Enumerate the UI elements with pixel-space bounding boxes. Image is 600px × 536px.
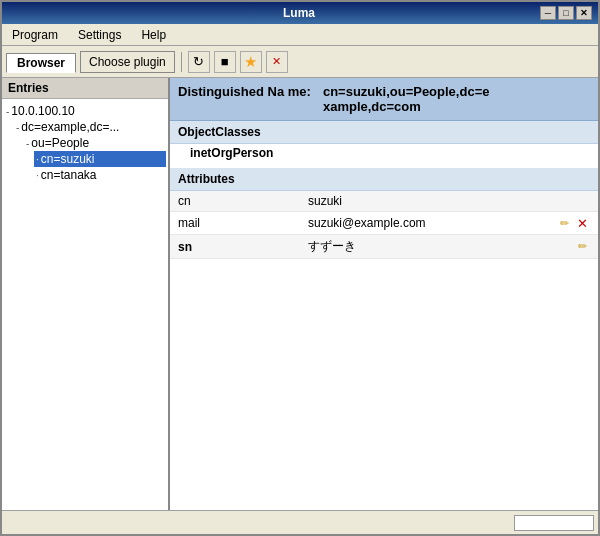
attribute-row-cn: cn suzuki — [170, 191, 598, 212]
tree-expand-suzuki: · — [36, 154, 39, 165]
dn-label: Distinguished Na me: — [178, 84, 311, 114]
tab-browser[interactable]: Browser — [6, 53, 76, 73]
tree-item-root[interactable]: - 10.0.100.10 — [4, 103, 166, 119]
tree-item-cn-tanaka[interactable]: · cn=tanaka — [34, 167, 166, 183]
tree-expand-dc: - — [16, 122, 19, 133]
delete-bookmark-button[interactable]: ✕ — [266, 51, 288, 73]
tree-expand-root: - — [6, 106, 9, 117]
close-button[interactable]: ✕ — [576, 6, 592, 20]
attr-key-sn: sn — [178, 240, 308, 254]
tree-label-ou: ou=People — [31, 136, 89, 150]
delete-mail-button[interactable]: ✕ — [574, 215, 590, 231]
dn-value: cn=suzuki,ou=People,dc=e xample,dc=com — [323, 84, 590, 114]
left-panel: Entries - 10.0.100.10 - dc=example,dc=..… — [2, 78, 170, 510]
horizontal-scrollbar[interactable] — [514, 515, 594, 531]
menu-bar: Program Settings Help — [2, 24, 598, 46]
menu-program[interactable]: Program — [6, 26, 64, 44]
close-star-icon: ✕ — [272, 55, 281, 68]
attribute-row-mail: mail suzuki@example.com ✏ ✕ — [170, 212, 598, 235]
mail-actions: ✏ ✕ — [556, 215, 590, 231]
tree-area: - 10.0.100.10 - dc=example,dc=... - ou=P… — [2, 99, 168, 510]
refresh-button[interactable]: ↻ — [188, 51, 210, 73]
edit-mail-button[interactable]: ✏ — [556, 215, 572, 231]
tree-expand-ou: - — [26, 138, 29, 149]
attr-key-cn: cn — [178, 194, 308, 208]
stop-icon: ■ — [221, 54, 229, 69]
sn-actions: ✏ — [574, 239, 590, 255]
entries-header: Entries — [2, 78, 168, 99]
maximize-button[interactable]: □ — [558, 6, 574, 20]
tree-label-root: 10.0.100.10 — [11, 104, 74, 118]
choose-plugin-button[interactable]: Choose plugin — [80, 51, 175, 73]
details-area: ObjectClasses inetOrgPerson Attributes c… — [170, 121, 598, 510]
object-class-inetorgperson: inetOrgPerson — [170, 144, 598, 162]
attributes-header: Attributes — [170, 168, 598, 191]
bottom-bar — [2, 510, 598, 534]
tree-label-cn-tanaka: cn=tanaka — [41, 168, 97, 182]
tree-label-cn-suzuki: cn=suzuki — [41, 152, 95, 166]
edit-sn-button[interactable]: ✏ — [574, 239, 590, 255]
tree-item-dc[interactable]: - dc=example,dc=... — [14, 119, 166, 135]
object-classes-header: ObjectClasses — [170, 121, 598, 144]
inetorgperson-label: inetOrgPerson — [190, 146, 273, 160]
window-controls: ─ □ ✕ — [540, 6, 592, 20]
toolbar-separator — [181, 52, 182, 72]
main-content: Entries - 10.0.100.10 - dc=example,dc=..… — [2, 78, 598, 510]
menu-settings[interactable]: Settings — [72, 26, 127, 44]
tree-label-dc: dc=example,dc=... — [21, 120, 119, 134]
star-icon: ★ — [244, 53, 257, 71]
right-panel: Distinguished Na me: cn=suzuki,ou=People… — [170, 78, 598, 510]
attr-value-cn: suzuki — [308, 194, 590, 208]
tree-expand-tanaka: · — [36, 170, 39, 181]
attr-value-mail: suzuki@example.com — [308, 216, 552, 230]
menu-help[interactable]: Help — [135, 26, 172, 44]
window-title: Luma — [58, 6, 540, 20]
tree-item-cn-suzuki[interactable]: · cn=suzuki — [34, 151, 166, 167]
attr-key-mail: mail — [178, 216, 308, 230]
stop-button[interactable]: ■ — [214, 51, 236, 73]
title-bar: Luma ─ □ ✕ — [2, 2, 598, 24]
attribute-row-sn: sn すずーき ✏ — [170, 235, 598, 259]
minimize-button[interactable]: ─ — [540, 6, 556, 20]
toolbar: Browser Choose plugin ↻ ■ ★ ✕ — [2, 46, 598, 78]
main-window: Luma ─ □ ✕ Program Settings Help Browser… — [0, 0, 600, 536]
attr-value-sn: すずーき — [308, 238, 570, 255]
bookmark-button[interactable]: ★ — [240, 51, 262, 73]
tree-item-ou[interactable]: - ou=People — [24, 135, 166, 151]
refresh-icon: ↻ — [193, 54, 204, 69]
dn-header: Distinguished Na me: cn=suzuki,ou=People… — [170, 78, 598, 121]
